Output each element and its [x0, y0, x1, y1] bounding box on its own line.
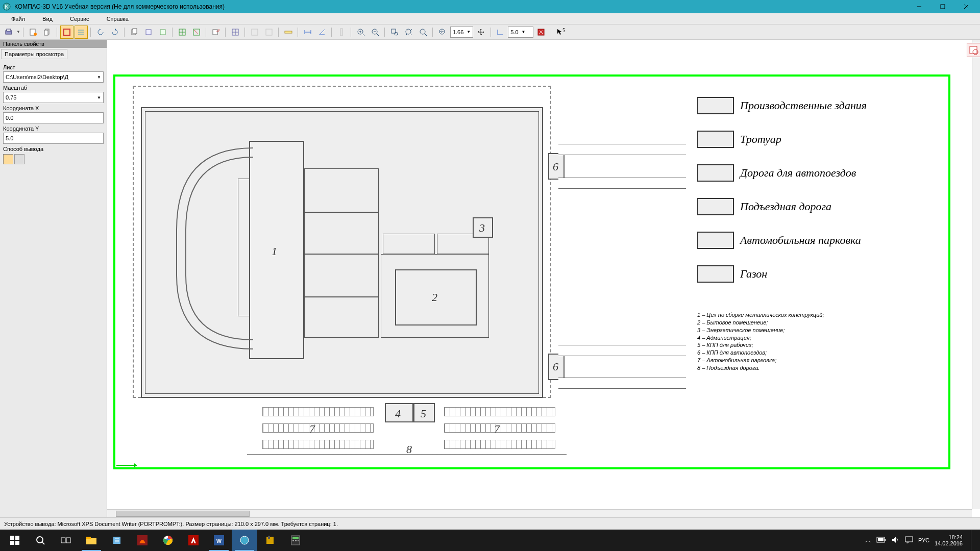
- status-text: Устройство вывода: Microsoft XPS Documen…: [4, 521, 338, 527]
- svg-text:?: ?: [562, 28, 565, 33]
- toggle-a-icon[interactable]: [60, 26, 74, 39]
- zoom-sheet-icon[interactable]: [416, 26, 430, 39]
- menu-view[interactable]: Вид: [34, 15, 61, 23]
- svg-point-79: [240, 536, 249, 544]
- zoom-out-icon[interactable]: [369, 26, 382, 39]
- grid-del-icon[interactable]: [190, 26, 203, 39]
- taskbar-chrome[interactable]: [155, 530, 181, 551]
- menu-file[interactable]: Файл: [3, 15, 33, 23]
- scale-combo[interactable]: 0.75▼: [3, 92, 104, 103]
- svg-rect-90: [905, 537, 913, 542]
- whats-this-icon[interactable]: ?: [554, 26, 567, 39]
- pages-icon[interactable]: [41, 26, 54, 39]
- export-icon[interactable]: [209, 26, 223, 39]
- svg-line-41: [377, 34, 379, 36]
- menu-service[interactable]: Сервис: [62, 15, 97, 23]
- sheet-combo[interactable]: C:\Users\msi2\Desktop\Д▼: [3, 71, 104, 83]
- ruler-h-icon[interactable]: [282, 26, 295, 39]
- pan-icon[interactable]: [474, 26, 487, 39]
- prop-sheet-icon[interactable]: [27, 26, 40, 39]
- svg-rect-66: [66, 538, 70, 543]
- svg-rect-88: [885, 539, 886, 541]
- svg-line-37: [362, 34, 364, 36]
- tray-volume-icon[interactable]: [892, 536, 900, 544]
- coord-y-label: Координата Y: [3, 126, 104, 132]
- taskbar-calc[interactable]: [283, 530, 308, 551]
- svg-line-47: [425, 34, 427, 36]
- rotate-l-icon[interactable]: [94, 26, 107, 39]
- taskbar-notepad[interactable]: [104, 530, 130, 551]
- table2-icon[interactable]: [248, 26, 261, 39]
- refresh-icon[interactable]: [534, 26, 548, 39]
- canvas[interactable]: 1 2 3 4 5 6 6 7 7 8 Производственные зда…: [107, 40, 980, 517]
- taskbar-adobe[interactable]: [181, 530, 206, 551]
- svg-rect-7: [7, 29, 11, 31]
- legend-item-6: Газон: [697, 265, 767, 283]
- marker-8: 8: [406, 443, 412, 456]
- menu-help[interactable]: Справка: [99, 15, 137, 23]
- tray-show-desktop[interactable]: [971, 530, 974, 550]
- zoom-window-icon[interactable]: [388, 26, 401, 39]
- toggle-b-icon[interactable]: [75, 26, 88, 39]
- main-area: Панель свойств Параметры просмотра Лист …: [0, 40, 980, 517]
- tray-chevron-icon[interactable]: ︿: [865, 536, 871, 545]
- taskview-icon[interactable]: [53, 530, 79, 551]
- dim-icon[interactable]: [301, 26, 314, 39]
- rotate-r-icon[interactable]: [108, 26, 121, 39]
- zoom-fit-icon[interactable]: [402, 26, 415, 39]
- svg-rect-30: [266, 29, 272, 35]
- start-button[interactable]: [2, 530, 28, 551]
- coord-y-input[interactable]: 5.0: [3, 133, 104, 144]
- svg-point-46: [420, 29, 425, 34]
- scrollbar-horizontal[interactable]: [107, 509, 972, 517]
- svg-marker-56: [134, 463, 137, 467]
- statusbar: Устройство вывода: Microsoft XPS Documen…: [0, 517, 980, 530]
- coord-icon[interactable]: [494, 26, 507, 39]
- legend-item-3: Дорога для автопоездов: [697, 164, 856, 182]
- zoom-combo[interactable]: 1.66▼: [450, 27, 473, 38]
- marker-7b: 7: [494, 422, 500, 436]
- minimize-button[interactable]: [908, 0, 931, 13]
- tray-battery-icon[interactable]: [876, 537, 887, 544]
- table1-icon[interactable]: [229, 26, 242, 39]
- svg-rect-68: [86, 537, 91, 539]
- marker-2: 2: [432, 291, 437, 304]
- ruler-v-icon[interactable]: [335, 26, 348, 39]
- tray-lang[interactable]: РУС: [918, 537, 929, 543]
- angle-icon[interactable]: [315, 26, 329, 39]
- scrollbar-vertical[interactable]: [972, 40, 980, 509]
- print-icon[interactable]: [2, 26, 15, 39]
- paste-doc-icon[interactable]: [156, 26, 169, 39]
- taskbar-explorer[interactable]: [79, 530, 104, 551]
- taskbar-kompas[interactable]: [232, 530, 257, 551]
- coord-x-input[interactable]: 0.0: [3, 112, 104, 123]
- doc-stack-icon[interactable]: [128, 26, 141, 39]
- svg-rect-25: [213, 30, 217, 35]
- maximize-button[interactable]: [931, 0, 954, 13]
- taskbar-foxit[interactable]: [130, 530, 155, 551]
- search-icon[interactable]: [28, 530, 53, 551]
- output-mode-1[interactable]: [3, 154, 13, 164]
- svg-rect-65: [61, 538, 65, 543]
- tray-notifications-icon[interactable]: [905, 536, 913, 544]
- copy-doc-icon[interactable]: [142, 26, 155, 39]
- svg-text:W: W: [216, 538, 222, 544]
- close-button[interactable]: [954, 0, 978, 13]
- scale-label: Масштаб: [3, 85, 104, 91]
- svg-point-44: [395, 32, 398, 35]
- svg-rect-31: [285, 31, 292, 33]
- grid-add-icon[interactable]: [176, 26, 189, 39]
- svg-rect-89: [878, 538, 884, 541]
- output-mode-2[interactable]: [14, 154, 24, 164]
- taskbar-word[interactable]: W: [206, 530, 232, 551]
- taskbar-app1[interactable]: [257, 530, 283, 551]
- tray-clock[interactable]: 18:24 14.02.2016: [935, 534, 966, 546]
- svg-rect-67: [86, 538, 96, 544]
- svg-rect-11: [44, 30, 48, 35]
- table3-icon[interactable]: [262, 26, 276, 39]
- preview-button[interactable]: [967, 43, 980, 57]
- zoom-in-icon[interactable]: [354, 26, 368, 39]
- properties-tab[interactable]: Параметры просмотра: [1, 49, 67, 59]
- zoom-prev-icon[interactable]: [436, 26, 449, 39]
- coord-combo[interactable]: 5.0▼: [508, 27, 533, 38]
